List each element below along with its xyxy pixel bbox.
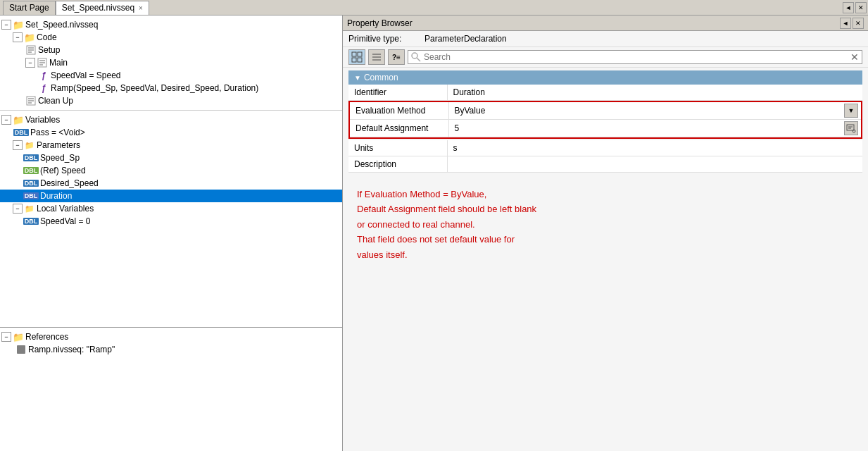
tree-item-root[interactable]: − 📁 Set_Speed.nivsseq — [0, 18, 342, 31]
tree-item-code[interactable]: − 📁 Code — [0, 31, 342, 44]
prop-input-identifier[interactable] — [451, 86, 860, 99]
prop-row-units: Units — [348, 140, 862, 156]
tree-label-ramp-ref: Ramp.nivsseq: "Ramp" — [28, 345, 115, 354]
prop-browser-close-button[interactable]: ✕ — [853, 18, 864, 29]
expand-variables[interactable]: − — [1, 115, 11, 125]
property-browser-title: Property Browser — [347, 18, 413, 28]
prop-dropdown-btn-eval[interactable]: ▼ — [844, 104, 858, 118]
expand-parameters[interactable]: − — [13, 140, 23, 150]
tree-label-desired-speed: Desired_Speed — [40, 178, 99, 188]
tree-item-references[interactable]: − 📁 References — [0, 330, 342, 343]
tree-item-speed-sp[interactable]: DBL Speed_Sp — [0, 152, 342, 164]
file-tree-panel: − 📁 Set_Speed.nivsseq − 📁 Code Setup − — [0, 16, 342, 328]
tab-close-icon[interactable]: × — [139, 4, 143, 12]
prop-input-units[interactable] — [451, 142, 860, 154]
tree-item-ref-speed[interactable]: DBL (Ref) Speed — [0, 164, 342, 177]
tree-item-cleanup[interactable]: Clean Up — [0, 94, 342, 107]
svg-rect-13 — [352, 52, 356, 56]
svg-rect-22 — [847, 125, 854, 130]
prop-value-eval-method: ByValue ByReference ▼ — [448, 102, 861, 120]
prop-browse-btn-default[interactable] — [844, 121, 858, 135]
tree-label-variables: Variables — [25, 115, 60, 125]
red-border-table: Evaluation Method ByValue ByReference ▼ — [350, 102, 861, 137]
expand-code[interactable]: − — [13, 32, 23, 42]
tree-item-duration[interactable]: DBL Duration — [0, 190, 342, 202]
search-box: ✕ — [408, 50, 862, 64]
ref-icon-ramp — [15, 344, 27, 355]
primitive-type-value: ParameterDeclaration — [424, 34, 507, 44]
tree-item-pass[interactable]: DBL Pass = <Void> — [0, 126, 342, 139]
tree-item-ramp-ref[interactable]: Ramp.nivsseq: "Ramp" — [0, 343, 342, 356]
toolbar-btn-grid[interactable] — [348, 49, 365, 65]
section-label: Common — [364, 73, 398, 82]
item-icon-setup — [25, 44, 37, 56]
prop-name-default-assignment: Default Assignment — [350, 120, 448, 137]
dbl-sel-icon-duration: DBL — [25, 190, 37, 202]
prop-section-common: ▼ Common Identifier Evaluation Method — [348, 70, 862, 173]
search-icon — [411, 52, 421, 62]
dbl-ref-icon-speed: DBL — [25, 165, 37, 176]
tree-label-code: Code — [37, 32, 57, 42]
tab-active[interactable]: Set_Speed.nivsseq × — [56, 1, 149, 15]
tab-pin-button[interactable]: ◄ — [843, 2, 854, 13]
toolbar-btn-help[interactable]: ?≡ — [388, 49, 405, 65]
tab-start-page[interactable]: Start Page — [3, 1, 56, 15]
search-input[interactable] — [424, 52, 848, 62]
svg-rect-12 — [17, 345, 25, 354]
tree-item-main[interactable]: − Main — [0, 56, 342, 69]
expand-local-variables[interactable]: − — [13, 204, 23, 214]
dbl-icon-speed-sp: DBL — [25, 152, 37, 163]
prop-browser-pin-button[interactable]: ◄ — [840, 18, 851, 29]
folder-icon-parameters: 📁 — [24, 140, 35, 151]
folder-icon-references: 📁 — [13, 331, 24, 342]
tree-item-speedval[interactable]: ƒ SpeedVal = Speed — [0, 69, 342, 82]
tree-label-main: Main — [49, 58, 68, 68]
tree-item-variables[interactable]: − 📁 Variables — [0, 113, 342, 126]
prop-input-description[interactable] — [451, 158, 860, 171]
tree-item-desired-speed[interactable]: DBL Desired_Speed — [0, 177, 342, 190]
search-clear-icon[interactable]: ✕ — [850, 51, 859, 63]
primitive-type-label: Primitive type: — [348, 34, 419, 44]
tree-label-pass: Pass = <Void> — [30, 128, 85, 137]
prop-input-default-assignment[interactable] — [452, 122, 845, 135]
tree-label-setup: Setup — [38, 45, 60, 55]
section-collapse-icon[interactable]: ▼ — [354, 74, 361, 82]
tree-label-references: References — [25, 332, 68, 342]
tree-label-speed-sp: Speed_Sp — [40, 153, 80, 163]
tree-item-speedval2[interactable]: DBL SpeedVal = 0 — [0, 215, 342, 228]
property-browser-header: Property Browser ◄ ✕ — [343, 16, 868, 31]
property-browser-controls: ◄ ✕ — [840, 18, 864, 29]
red-border-group: Evaluation Method ByValue ByReference ▼ — [348, 101, 862, 139]
svg-rect-14 — [358, 52, 362, 56]
expand-main[interactable]: − — [25, 58, 35, 68]
folder-icon-variables: 📁 — [13, 114, 24, 125]
tree-label-ramp: Ramp(Speed_Sp, SpeedVal, Desired_Speed, … — [51, 83, 258, 93]
tree-label-local-variables: Local Variables — [37, 204, 94, 214]
dbl-icon-desired-speed: DBL — [25, 178, 37, 189]
tree-item-local-variables[interactable]: − 📁 Local Variables — [0, 202, 342, 215]
svg-rect-15 — [352, 58, 356, 62]
tree-label-speedval: SpeedVal = Speed — [51, 70, 121, 80]
prop-table-bottom: Units Description — [348, 140, 862, 173]
tab-window-close-button[interactable]: ✕ — [855, 2, 867, 13]
prop-value-default-assignment — [448, 120, 861, 137]
expand-root[interactable]: − — [1, 20, 11, 30]
tree-label-duration: Duration — [40, 191, 72, 201]
tab-controls: ◄ ✕ — [843, 2, 867, 13]
tree-label-ref-speed: (Ref) Speed — [40, 166, 86, 175]
prop-select-eval-method[interactable]: ByValue ByReference — [452, 104, 845, 117]
tree-label-parameters: Parameters — [37, 140, 80, 150]
toolbar-btn-list[interactable] — [368, 49, 385, 65]
prop-row-identifier: Identifier — [348, 85, 862, 101]
prop-value-units — [447, 140, 862, 156]
tree-item-parameters[interactable]: − 📁 Parameters — [0, 139, 342, 152]
prop-value-identifier — [447, 85, 862, 101]
main-content: − 📁 Set_Speed.nivsseq − 📁 Code Setup − — [0, 16, 868, 451]
prop-name-units: Units — [348, 140, 447, 156]
prop-name-identifier: Identifier — [348, 85, 447, 101]
tree-item-ramp[interactable]: ƒ Ramp(Speed_Sp, SpeedVal, Desired_Speed… — [0, 82, 342, 94]
expand-references[interactable]: − — [1, 332, 11, 342]
prop-row-description: Description — [348, 156, 862, 173]
tree-item-setup[interactable]: Setup — [0, 44, 342, 56]
dbl-icon-speedval2: DBL — [25, 216, 37, 227]
